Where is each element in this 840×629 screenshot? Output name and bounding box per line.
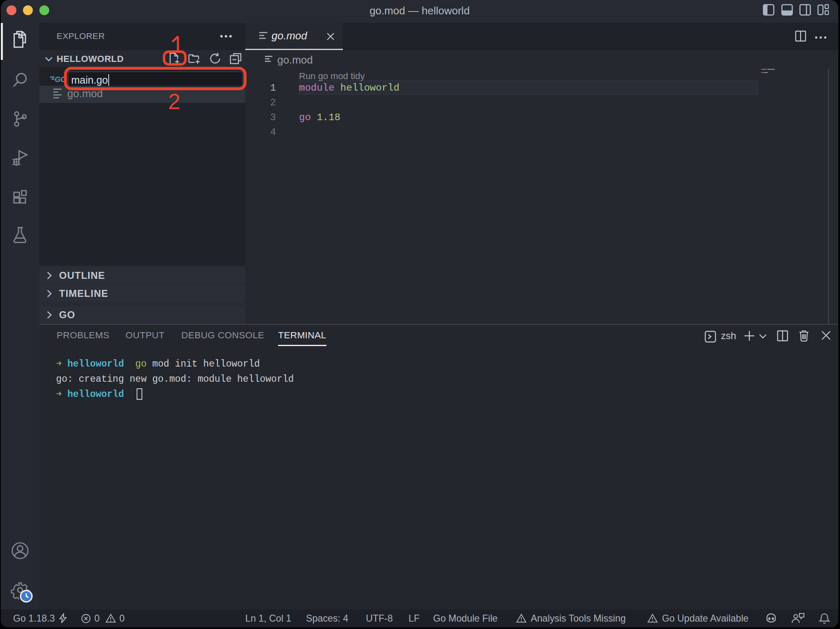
svg-text:GO: GO	[55, 75, 64, 83]
